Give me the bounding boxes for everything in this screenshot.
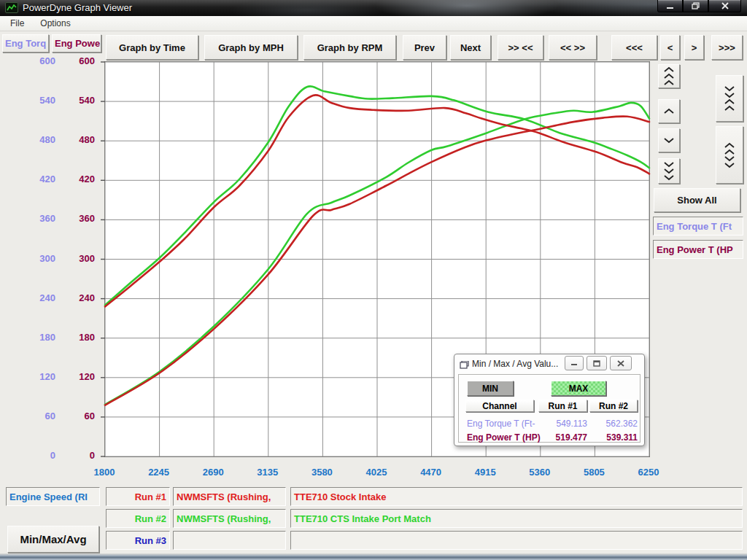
chevron-down-button[interactable] <box>658 128 680 152</box>
axis-tab-eng-torque-label: Eng Torq <box>5 38 46 49</box>
minmax-close-button[interactable] <box>610 356 632 370</box>
app-icon <box>5 2 18 13</box>
minmax-minimize-button[interactable] <box>565 356 584 370</box>
y-tick-torque-300: 300 <box>15 253 55 264</box>
window-frame-bottom <box>0 553 747 560</box>
max-button[interactable]: MAX <box>551 381 606 396</box>
x-channel-box[interactable]: Engine Speed (RI <box>6 487 100 506</box>
minmax-window-body: MIN MAX Channel Run #1 Run #2 Eng Torque… <box>458 374 640 443</box>
minmax-values-window[interactable]: Min / Max / Avg Valu... MIN MAX Channel … <box>454 354 645 446</box>
minmax-row-0-channel: Eng Torque T (Ft- <box>467 419 554 429</box>
minmax-restore-button[interactable] <box>587 356 607 370</box>
graph-by-time-button[interactable]: Graph by Time <box>106 35 198 60</box>
minmax-window-title: Min / Max / Avg Valu... <box>472 359 558 369</box>
y-tick-power-600: 600 <box>55 55 95 66</box>
y-tick-torque-240: 240 <box>15 292 55 303</box>
chevron-up-button[interactable] <box>658 99 680 123</box>
y-tick-power-120: 120 <box>55 371 95 382</box>
chevrons-up-triple-button[interactable] <box>658 64 680 88</box>
run-1-source-field[interactable]: NWMSFTS (Rushing, <box>173 487 286 506</box>
y-tick-power-360: 360 <box>55 213 95 224</box>
minmax-row-1-channel: Eng Power T (HP) <box>467 432 554 443</box>
y-tick-power-0: 0 <box>55 450 95 461</box>
chevrons-up-triple-icon <box>663 66 675 86</box>
minimize-button[interactable] <box>657 0 683 12</box>
axis-tab-eng-power[interactable]: Eng Powe <box>52 34 101 52</box>
scroll-left-button[interactable]: < <box>660 35 680 60</box>
x-tick-rpm-2690: 2690 <box>191 467 235 478</box>
y-tick-power-180: 180 <box>55 332 95 343</box>
chevrons-collapse-vertical-icon <box>724 85 735 112</box>
minmaxavg-button[interactable]: Min/Max/Avg <box>7 526 99 553</box>
column-header-run2[interactable]: Run #2 <box>589 400 638 412</box>
next-button[interactable]: Next <box>450 35 491 60</box>
run-3-source-field[interactable] <box>173 531 286 550</box>
axis-tab-eng-power-label: Eng Powe <box>55 38 100 49</box>
y-tick-power-420: 420 <box>55 174 95 184</box>
chevrons-expand-vertical-button[interactable] <box>716 126 743 184</box>
zoom-in-horizontal-button[interactable]: >> << <box>498 35 543 60</box>
menu-bar: File Options <box>0 16 747 31</box>
chevrons-collapse-vertical-button[interactable] <box>716 75 743 122</box>
zoom-out-horizontal-button[interactable]: << >> <box>549 35 597 60</box>
scroll-right-button[interactable]: > <box>684 35 704 60</box>
y-tick-power-300: 300 <box>55 253 95 264</box>
powerdyne-window: PowerDyne Graph Viewer File Options Eng … <box>0 0 747 560</box>
x-tick-rpm-4025: 4025 <box>355 467 398 478</box>
y-tick-torque-600: 600 <box>15 55 55 66</box>
menu-file[interactable]: File <box>6 17 28 30</box>
run-2-label[interactable]: Run #2 <box>106 509 170 528</box>
column-header-channel[interactable]: Channel <box>465 400 534 412</box>
scroll-far-right-button[interactable]: >>> <box>711 35 743 60</box>
y-tick-power-240: 240 <box>55 292 95 303</box>
channel-box-eng-torque-label: Eng Torque T (Ft <box>657 221 732 232</box>
x-tick-rpm-4470: 4470 <box>409 467 453 478</box>
x-tick-rpm-5805: 5805 <box>572 467 616 478</box>
run-2-source-field[interactable]: NWMSFTS (Rushing, <box>173 509 286 528</box>
graph-by-rpm-button[interactable]: Graph by RPM <box>303 35 396 60</box>
x-tick-rpm-5360: 5360 <box>518 467 562 478</box>
channel-box-eng-torque[interactable]: Eng Torque T (Ft <box>653 217 743 236</box>
prev-button[interactable]: Prev <box>403 35 446 60</box>
menu-options[interactable]: Options <box>36 17 74 30</box>
x-tick-rpm-1800: 1800 <box>82 467 126 478</box>
run-2-description-field[interactable]: TTE710 CTS Intake Port Match <box>290 509 743 528</box>
scroll-far-left-button[interactable]: <<< <box>611 35 657 60</box>
x-tick-rpm-3580: 3580 <box>300 467 344 478</box>
y-tick-torque-60: 60 <box>15 411 55 421</box>
restore-button[interactable] <box>683 0 708 12</box>
y-tick-torque-540: 540 <box>15 95 55 106</box>
run-3-label[interactable]: Run #3 <box>106 531 170 550</box>
chevrons-expand-vertical-icon <box>724 142 735 168</box>
close-button[interactable] <box>708 0 741 12</box>
run-1-label[interactable]: Run #1 <box>106 487 170 506</box>
minmax-row-0-run2-value: 562.362 <box>592 419 638 429</box>
x-tick-rpm-3135: 3135 <box>246 467 290 478</box>
y-tick-power-540: 540 <box>55 95 95 106</box>
window-title: PowerDyne Graph Viewer <box>23 2 132 13</box>
x-tick-rpm-4915: 4915 <box>463 467 507 478</box>
x-tick-rpm-2245: 2245 <box>137 467 181 478</box>
show-all-button[interactable]: Show All <box>654 188 740 212</box>
chevrons-down-triple-button[interactable] <box>658 158 680 184</box>
chevron-up-icon <box>663 108 675 114</box>
title-bar[interactable]: PowerDyne Graph Viewer <box>0 0 747 16</box>
chevrons-down-triple-icon <box>663 161 675 181</box>
y-tick-torque-0: 0 <box>15 450 55 461</box>
x-tick-rpm-6250: 6250 <box>627 467 670 478</box>
axis-tab-eng-torque[interactable]: Eng Torq <box>2 34 49 52</box>
minmax-row-1-run1-value: 519.477 <box>543 432 587 443</box>
chevron-down-icon <box>663 137 675 144</box>
run-3-description-field[interactable] <box>290 531 743 550</box>
channel-box-eng-power-label: Eng Power T (HP <box>657 244 733 255</box>
graph-by-mph-button[interactable]: Graph by MPH <box>204 35 298 60</box>
column-header-run1[interactable]: Run #1 <box>538 400 587 412</box>
channel-box-eng-power[interactable]: Eng Power T (HP <box>653 240 743 259</box>
x-channel-label: Engine Speed (RI <box>9 491 88 502</box>
y-tick-torque-180: 180 <box>15 332 55 343</box>
y-tick-power-60: 60 <box>55 411 95 421</box>
run-1-description-field[interactable]: TTE710 Stock Intake <box>290 487 743 506</box>
min-button[interactable]: MIN <box>467 381 514 396</box>
minmax-row-0-run1-value: 549.113 <box>543 419 587 429</box>
y-tick-torque-480: 480 <box>15 134 55 145</box>
